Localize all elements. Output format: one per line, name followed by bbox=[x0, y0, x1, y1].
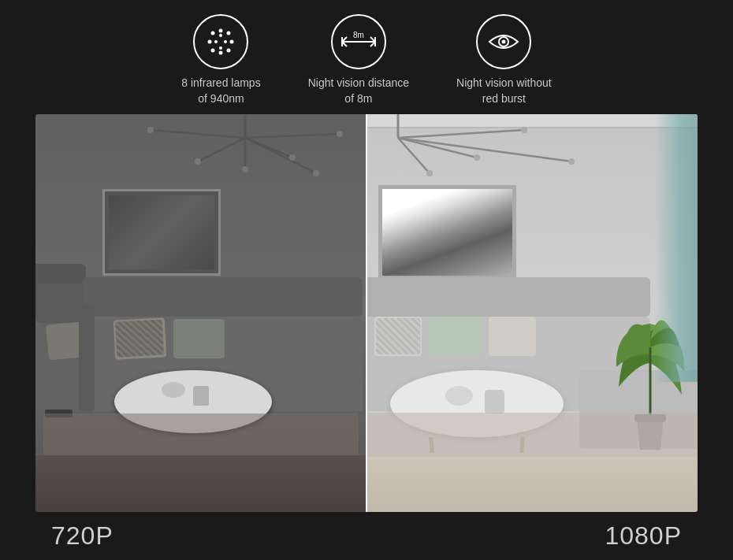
distance-label: Night vision distance of 8m bbox=[308, 76, 409, 106]
right-resolution-label: 1080P bbox=[605, 521, 682, 551]
svg-line-34 bbox=[398, 138, 571, 161]
rug-left bbox=[43, 414, 359, 457]
svg-point-2 bbox=[230, 40, 234, 44]
svg-point-0 bbox=[219, 29, 223, 33]
floor-left bbox=[35, 455, 366, 512]
rug-right bbox=[366, 413, 698, 458]
svg-point-4 bbox=[219, 51, 223, 55]
comparison-image bbox=[35, 114, 698, 512]
feature-infrared: 8 infrared lamps of 940nm bbox=[181, 14, 260, 106]
sofa-pillow-2 bbox=[173, 319, 225, 358]
svg-line-35 bbox=[398, 138, 430, 173]
sofa-pillow-right-3 bbox=[489, 317, 536, 356]
svg-point-29 bbox=[337, 131, 343, 137]
svg-point-6 bbox=[208, 40, 212, 44]
svg-point-11 bbox=[214, 40, 218, 43]
svg-text:8m: 8m bbox=[353, 31, 364, 39]
sofa-pillow-right-2 bbox=[430, 317, 481, 356]
svg-point-38 bbox=[568, 158, 575, 165]
svg-line-23 bbox=[245, 134, 340, 138]
painting-right bbox=[378, 185, 516, 280]
svg-point-1 bbox=[227, 32, 231, 35]
feature-no-burst: Night vision without red burst bbox=[456, 14, 552, 106]
left-panel-720p bbox=[35, 114, 366, 512]
svg-point-8 bbox=[219, 34, 222, 37]
ceiling-fixture-left bbox=[135, 114, 355, 185]
svg-point-28 bbox=[289, 154, 296, 161]
distance-icon: 8m bbox=[339, 24, 378, 59]
svg-point-26 bbox=[195, 158, 201, 165]
svg-point-37 bbox=[521, 127, 527, 133]
sofa-pillow-right-1 bbox=[374, 317, 422, 356]
sofa-pillow-1 bbox=[113, 317, 167, 359]
svg-point-36 bbox=[474, 154, 480, 161]
sofa-armrest-left bbox=[79, 305, 95, 411]
infrared-label: 8 infrared lamps of 940nm bbox=[181, 76, 260, 106]
svg-point-30 bbox=[313, 170, 319, 176]
svg-point-39 bbox=[426, 170, 433, 176]
svg-point-17 bbox=[502, 40, 506, 44]
floor-right bbox=[366, 457, 698, 512]
svg-point-27 bbox=[242, 166, 248, 172]
svg-point-5 bbox=[211, 49, 215, 53]
right-panel-1080p bbox=[366, 114, 698, 512]
no-burst-label: Night vision without red burst bbox=[456, 76, 552, 106]
ceiling-fixture-right bbox=[366, 114, 587, 185]
svg-point-9 bbox=[224, 40, 227, 43]
painting-left bbox=[102, 189, 221, 276]
svg-line-19 bbox=[151, 130, 245, 138]
eye-icon-circle bbox=[476, 14, 531, 69]
svg-point-25 bbox=[147, 127, 154, 133]
curtain-right bbox=[654, 114, 698, 382]
svg-line-20 bbox=[198, 138, 245, 161]
svg-line-33 bbox=[398, 130, 524, 138]
svg-point-3 bbox=[227, 49, 231, 53]
features-bar: 8 infrared lamps of 940nm 8m Night visio… bbox=[0, 0, 733, 114]
svg-point-7 bbox=[211, 32, 215, 35]
infrared-icon-circle bbox=[193, 14, 248, 69]
eye-icon bbox=[485, 24, 523, 59]
distance-icon-circle: 8m bbox=[331, 14, 386, 69]
sofa-back-left bbox=[83, 277, 363, 317]
svg-line-24 bbox=[245, 138, 316, 173]
svg-point-10 bbox=[219, 46, 222, 50]
left-resolution-label: 720P bbox=[51, 521, 113, 551]
sofa-back-right bbox=[366, 277, 650, 317]
feature-distance: 8m Night vision distance of 8m bbox=[308, 14, 409, 106]
lamps-icon bbox=[203, 24, 238, 59]
resolution-labels: 720P 1080P bbox=[35, 512, 698, 560]
comparison-divider bbox=[366, 114, 367, 512]
